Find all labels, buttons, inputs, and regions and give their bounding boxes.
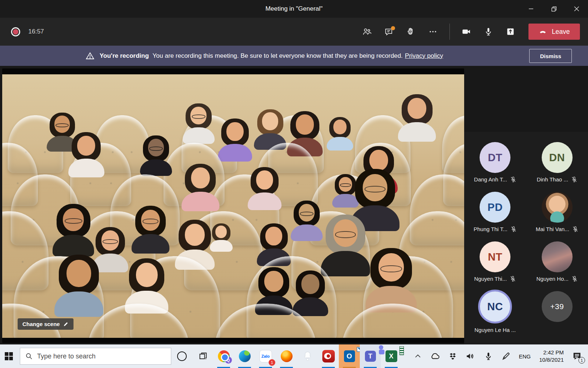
show-participants-button[interactable] bbox=[358, 23, 375, 40]
audience-person bbox=[249, 167, 280, 210]
glasses bbox=[55, 123, 69, 128]
zalo-notification-badge: 1 bbox=[269, 359, 275, 366]
start-button[interactable] bbox=[0, 344, 18, 368]
raise-hand-button[interactable] bbox=[402, 23, 419, 40]
glasses bbox=[65, 218, 82, 224]
share-screen-button[interactable] bbox=[502, 23, 519, 40]
meeting-main-area: Change scene DT Dang Anh T... DN Dinh Th… bbox=[0, 66, 588, 344]
outlook-taskbar-button[interactable]: O bbox=[339, 344, 360, 368]
person-face bbox=[185, 224, 205, 246]
participant-avatar: NT bbox=[480, 241, 510, 272]
more-icon bbox=[428, 27, 438, 36]
audience-person bbox=[328, 117, 352, 151]
bell-icon bbox=[302, 351, 313, 362]
notification-app-button[interactable] bbox=[297, 344, 318, 368]
finereader-taskbar-button[interactable] bbox=[318, 344, 339, 368]
language-indicator[interactable]: ENG bbox=[515, 344, 535, 368]
excel-taskbar-button[interactable]: X bbox=[381, 344, 402, 368]
participant-label: Dang Anh T... bbox=[474, 176, 516, 183]
close-button[interactable] bbox=[565, 0, 588, 18]
task-view-button[interactable] bbox=[192, 344, 213, 368]
glasses bbox=[103, 239, 118, 244]
participant-name: Nguyen Thi... bbox=[474, 276, 507, 282]
system-tray: ENG 2:42 PM 10/8/2021 1 bbox=[410, 344, 588, 368]
participant-tile[interactable]: DT Dang Anh T... bbox=[464, 142, 526, 187]
minimize-button[interactable] bbox=[520, 0, 542, 18]
people-icon bbox=[362, 27, 372, 36]
audience-person bbox=[141, 135, 171, 176]
participant-tile[interactable]: NC Nguyen Le Ha ... bbox=[464, 291, 526, 336]
restore-button[interactable] bbox=[542, 0, 565, 18]
privacy-policy-link[interactable]: Privacy policy bbox=[405, 52, 443, 60]
banner-title: You're recording bbox=[100, 52, 149, 60]
mic-icon bbox=[484, 351, 493, 361]
chrome-icon: Q bbox=[218, 350, 230, 362]
taskbar-clock[interactable]: 2:42 PM 10/8/2021 bbox=[535, 349, 568, 364]
participants-grid: DT Dang Anh T... DN Dinh Thao ... PD Phu… bbox=[464, 142, 588, 336]
mic-toggle-button[interactable] bbox=[480, 23, 497, 40]
person-shirt bbox=[321, 251, 370, 276]
participant-name: Nguyen Ho... bbox=[536, 276, 569, 282]
participant-tile[interactable]: Nguyen Ho... bbox=[526, 241, 588, 286]
participant-tile[interactable]: NT Nguyen Thi... bbox=[464, 241, 526, 286]
participant-avatar bbox=[542, 192, 573, 223]
participant-name: Mai Thi Van... bbox=[536, 226, 569, 232]
chrome-taskbar-button[interactable]: Q bbox=[213, 344, 234, 368]
camera-toggle-button[interactable] bbox=[458, 23, 475, 40]
hidden-icons-button[interactable] bbox=[410, 344, 426, 368]
audience-person bbox=[399, 94, 434, 142]
person-face bbox=[226, 122, 243, 141]
edge-taskbar-button[interactable] bbox=[234, 344, 255, 368]
search-input[interactable] bbox=[37, 353, 155, 360]
audience-person bbox=[184, 103, 214, 144]
glasses bbox=[143, 219, 159, 224]
teams-taskbar-button[interactable]: T bbox=[360, 344, 381, 368]
chat-button[interactable] bbox=[380, 23, 397, 40]
participant-tile[interactable]: DN Dinh Thao ... bbox=[526, 142, 588, 187]
person-face bbox=[301, 274, 319, 294]
taskbar-search[interactable] bbox=[20, 348, 171, 365]
dropbox-tray-button[interactable] bbox=[444, 344, 461, 368]
participant-tile[interactable]: PD Phung Thi T... bbox=[464, 192, 526, 237]
volume-tray-button[interactable] bbox=[461, 344, 480, 368]
dismiss-button[interactable]: Dismiss bbox=[529, 49, 572, 63]
mic-muted-icon bbox=[571, 176, 577, 183]
meeting-toolbar: 16:57 bbox=[0, 18, 588, 46]
leave-button[interactable]: Leave bbox=[528, 24, 580, 40]
mic-muted-icon bbox=[572, 226, 578, 232]
camera-icon bbox=[461, 26, 472, 37]
glasses bbox=[149, 146, 163, 151]
participant-label: Nguyen Thi... bbox=[474, 276, 516, 282]
audience-person bbox=[183, 164, 218, 212]
person-shirt bbox=[291, 224, 323, 241]
zalo-taskbar-button[interactable]: Zalo 1 bbox=[255, 344, 276, 368]
audience-person bbox=[292, 201, 322, 241]
participant-label: Nguyen Le Ha ... bbox=[474, 327, 516, 333]
action-center-button[interactable]: 1 bbox=[568, 344, 588, 368]
glasses bbox=[300, 212, 313, 216]
windows-ink-tray-button[interactable] bbox=[497, 344, 515, 368]
person-shirt bbox=[248, 192, 282, 210]
change-scene-button[interactable]: Change scene bbox=[18, 318, 74, 330]
taskbar-time: 2:42 PM bbox=[539, 349, 564, 356]
person-face bbox=[369, 150, 388, 171]
firefox-taskbar-button[interactable] bbox=[276, 344, 297, 368]
cloud-icon bbox=[430, 351, 440, 361]
taskbar-date: 10/8/2021 bbox=[539, 356, 564, 364]
person-face bbox=[262, 112, 278, 130]
chat-notification-dot bbox=[391, 26, 395, 30]
mic-tray-button[interactable] bbox=[480, 344, 497, 368]
participant-tile[interactable]: +39 bbox=[526, 291, 588, 336]
cortana-button[interactable] bbox=[171, 344, 192, 368]
person-face bbox=[191, 167, 210, 188]
person-shirt bbox=[53, 235, 94, 256]
chevron-up-icon bbox=[414, 352, 422, 360]
teams-meeting-window: Meeting in "General" 16:57 bbox=[0, 0, 588, 368]
person-shirt bbox=[54, 291, 103, 317]
banner-message: You are recording this meeting. Be sure … bbox=[153, 52, 403, 60]
onedrive-tray-button[interactable] bbox=[426, 344, 444, 368]
participant-tile[interactable]: Mai Thi Van... bbox=[526, 192, 588, 237]
person-shirt bbox=[218, 144, 252, 162]
together-mode-stage: Change scene bbox=[2, 68, 464, 343]
more-options-button[interactable] bbox=[424, 23, 441, 40]
